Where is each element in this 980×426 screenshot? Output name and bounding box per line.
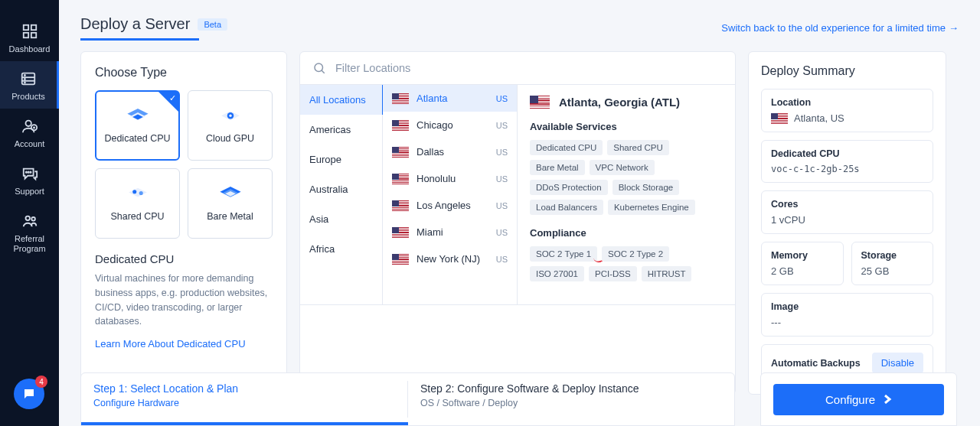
type-desc-title: Dedicated CPU: [95, 252, 273, 265]
configure-bar: Configure: [760, 372, 957, 426]
bare-metal-icon: [217, 185, 243, 205]
svg-rect-0: [23, 25, 28, 30]
city-dallas[interactable]: DallasUS: [383, 138, 517, 165]
heading-row: Deploy a Server Beta Switch back to the …: [80, 15, 959, 41]
switch-back-link[interactable]: Switch back to the old experience for a …: [721, 22, 959, 34]
type-card-cloud-gpu[interactable]: Cloud GPU: [188, 90, 273, 161]
svg-point-12: [25, 172, 26, 173]
svg-point-25: [139, 191, 142, 195]
us-flag-icon: [771, 113, 788, 124]
arrow-right-icon: →: [949, 22, 959, 34]
region-americas[interactable]: Americas: [300, 115, 382, 145]
type-card-bare-metal[interactable]: Bare Metal: [188, 168, 273, 239]
us-flag-icon: [392, 93, 409, 104]
disable-backups-button[interactable]: Disable: [872, 353, 923, 373]
chevron-right-icon: [883, 395, 892, 404]
city-name: Chicago: [416, 119, 453, 131]
products-icon: [20, 70, 37, 87]
city-name: Honolulu: [416, 173, 456, 184]
country-code: US: [496, 255, 508, 264]
region-all[interactable]: All Locations: [300, 85, 383, 115]
us-flag-icon: [392, 147, 409, 158]
svg-point-22: [229, 115, 231, 117]
summary-label: Dedicated CPU: [771, 148, 923, 159]
sidebar-item-products[interactable]: Products: [0, 61, 59, 109]
region-asia[interactable]: Asia: [300, 204, 382, 234]
selected-check-icon: [158, 92, 178, 112]
type-description: Dedicated CPU Virtual machines for more …: [95, 252, 273, 329]
chip-service: Load Balancers: [530, 200, 603, 215]
summary-label: Automatic Backups: [771, 358, 861, 369]
step-1[interactable]: Step 1: Select Location & Plan Configure…: [81, 373, 407, 425]
chip-compliance: HITRUST: [642, 266, 692, 281]
sidebar-label: Account: [15, 139, 45, 148]
type-desc-text: Virtual machines for more demanding busi…: [95, 272, 273, 329]
configure-button[interactable]: Configure: [773, 384, 944, 415]
svg-marker-23: [129, 188, 147, 197]
sidebar-label: Dashboard: [9, 44, 51, 54]
page-title: Deploy a Server: [80, 15, 190, 33]
city-miami[interactable]: MiamiUS: [383, 219, 517, 246]
us-flag-icon: [392, 254, 409, 265]
step-2[interactable]: Step 2: Configure Software & Deploy Inst…: [408, 373, 734, 425]
city-name: Miami: [416, 226, 443, 238]
region-australia[interactable]: Australia: [300, 174, 382, 204]
summary-value: ---: [771, 317, 923, 328]
country-code: US: [496, 201, 508, 210]
sidebar-item-referral[interactable]: Referral Program: [0, 203, 59, 262]
chat-icon: [22, 387, 36, 401]
summary-storage: Storage 25 GB: [851, 242, 934, 285]
svg-line-30: [322, 70, 325, 73]
type-card-dedicated-cpu[interactable]: Dedicated CPU: [95, 90, 180, 161]
sidebar-item-dashboard[interactable]: Dashboard: [0, 14, 59, 61]
dashboard-icon: [21, 23, 38, 40]
location-detail: Atlanta, Georgia (ATL) Available Service…: [518, 85, 735, 304]
sidebar-item-account[interactable]: Account: [0, 109, 59, 156]
chip-compliance: SOC 2 Type 2: [602, 246, 669, 262]
city-los-angeles[interactable]: Los AngelesUS: [383, 192, 517, 219]
summary-location: Location Atlanta, US: [761, 89, 933, 132]
chip-service: Shared CPU: [607, 140, 669, 155]
svg-point-7: [24, 75, 25, 76]
city-new-york[interactable]: New York (NJ)US: [383, 246, 517, 272]
us-flag-icon: [530, 96, 550, 109]
step-title: Step 2: Configure Software & Deploy Inst…: [420, 382, 722, 395]
svg-point-24: [132, 190, 136, 193]
svg-point-15: [25, 216, 30, 221]
chat-fab[interactable]: 4: [14, 379, 44, 409]
chip-service: DDoS Protection: [530, 180, 608, 195]
page: Deploy a Server Beta Switch back to the …: [59, 0, 980, 426]
summary-label: Cores: [771, 199, 923, 210]
chip-compliance: SOC 2 Type 1: [530, 246, 597, 262]
account-icon: [21, 118, 38, 135]
city-honolulu[interactable]: HonoluluUS: [383, 165, 517, 192]
us-flag-icon: [392, 200, 409, 211]
sidebar-label: Products: [11, 92, 44, 101]
sidebar-item-support[interactable]: Support: [0, 156, 59, 203]
city-chicago[interactable]: ChicagoUS: [383, 112, 517, 138]
city-name: Atlanta: [416, 93, 447, 104]
city-atlanta[interactable]: AtlantaUS: [383, 85, 517, 112]
us-flag-icon: [392, 227, 409, 238]
progress-indicator: [81, 422, 408, 425]
step-subtitle: OS / Software / Deploy: [420, 398, 722, 408]
svg-rect-3: [31, 33, 35, 37]
chip-service: Block Storage: [612, 180, 680, 195]
filter-row: [300, 52, 735, 85]
configure-label: Configure: [825, 393, 875, 406]
chip-compliance: PCI-DSS: [589, 266, 637, 281]
type-label: Cloud GPU: [206, 133, 254, 144]
learn-more-link[interactable]: Learn More About Dedicated CPU: [95, 338, 246, 350]
region-europe[interactable]: Europe: [300, 145, 382, 174]
summary-value: 1 vCPU: [771, 214, 923, 226]
services-chips: Dedicated CPU Shared CPU Bare Metal VPC …: [530, 140, 723, 215]
region-africa[interactable]: Africa: [300, 234, 382, 264]
svg-point-10: [25, 121, 31, 126]
filter-locations-input[interactable]: [335, 62, 723, 74]
compliance-heading: Compliance: [530, 227, 723, 239]
summary-product: Dedicated CPU voc-c-1c-2gb-25s: [761, 140, 933, 183]
city-list[interactable]: AtlantaUS ChicagoUS DallasUS HonoluluUS …: [383, 85, 518, 304]
type-card-shared-cpu[interactable]: Shared CPU: [95, 168, 180, 239]
city-name: New York (NJ): [416, 253, 480, 265]
summary-value: 2 GB: [771, 265, 834, 277]
